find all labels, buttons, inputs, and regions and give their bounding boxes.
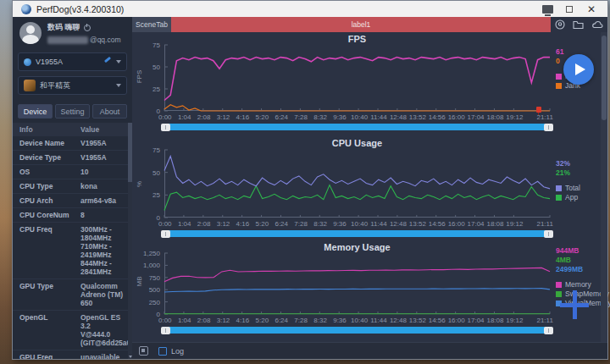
x-tick-label: 5:20 xyxy=(256,113,269,121)
tab-device[interactable]: Device xyxy=(18,104,53,119)
scene-tab[interactable]: SceneTab xyxy=(132,17,171,32)
scene-label-bar[interactable]: label1 xyxy=(171,17,551,32)
power-icon[interactable] xyxy=(84,25,91,31)
start-test-button[interactable] xyxy=(563,54,594,85)
series-total-line xyxy=(164,157,550,189)
sidebar-tabs: Device Setting About xyxy=(18,104,127,119)
info-label: GPU Freq xyxy=(19,353,80,359)
main-scrollbar-thumb[interactable] xyxy=(602,36,607,120)
brush-icon[interactable] xyxy=(103,58,112,66)
plot-area[interactable] xyxy=(164,45,550,111)
x-tick-label: 14:56 xyxy=(429,220,446,228)
app-select-value: 和平精英 xyxy=(40,80,112,91)
fps-range-slider[interactable] xyxy=(163,124,552,130)
x-tick-label: 5:20 xyxy=(256,220,269,228)
info-value: V1955A xyxy=(80,153,112,162)
titlebar: PerfDog(v3.4.200310) ✕ xyxy=(13,1,607,17)
scroll-down-icon[interactable] xyxy=(129,356,132,358)
x-tick-label: 11:44 xyxy=(370,113,386,121)
y-tick-label: 50 xyxy=(152,168,160,176)
slider-handle-left[interactable] xyxy=(161,230,170,238)
game-app-icon xyxy=(24,80,36,91)
x-tick-label: 2:08 xyxy=(197,113,211,121)
fps-chart: FPS FPS 0255075 0:001:042:083:124:165:20… xyxy=(132,32,601,134)
x-tick-label: 4:16 xyxy=(236,317,250,324)
window-title: PerfDog(v3.4.200310) xyxy=(36,4,124,14)
slider-handle-right[interactable] xyxy=(544,230,553,238)
x-tick-label: 12:48 xyxy=(390,113,407,121)
event-marker-icon xyxy=(536,107,541,113)
perfdog-logo-icon xyxy=(21,4,31,14)
table-header: Info Value xyxy=(13,123,132,136)
table-row: CPU Archarm64-v8a xyxy=(13,194,132,208)
user-profile: 数码 嗨聊 @qq.com xyxy=(13,17,132,47)
x-tick-label: 3:12 xyxy=(217,220,230,228)
x-tick-label: 11:44 xyxy=(370,220,386,228)
maximize-button[interactable] xyxy=(558,2,580,16)
log-toggle[interactable]: Log xyxy=(158,347,184,356)
y-tick-label: 750 xyxy=(149,273,160,281)
maximize-icon xyxy=(566,6,573,13)
x-axis-ticks: 0:001:042:083:124:165:206:247:288:329:36… xyxy=(164,113,550,122)
x-tick-label: 1:04 xyxy=(178,113,191,121)
x-tick-label: 10:40 xyxy=(351,317,368,324)
x-tick-label: 2:08 xyxy=(197,220,211,228)
x-tick-label: 1:04 xyxy=(178,220,191,228)
x-tick-label: 13:52 xyxy=(409,220,426,228)
x-tick-label: 12:48 xyxy=(390,220,407,228)
x-tick-label: 1:04 xyxy=(178,317,191,324)
info-label: CPU Type xyxy=(19,182,80,190)
cpu-range-slider[interactable] xyxy=(163,230,552,237)
x-axis-ticks: 0:001:042:083:124:165:206:247:288:329:36… xyxy=(164,220,550,229)
table-row: CPU Freq300MHz - 1804MHz 710MHz - 2419MH… xyxy=(13,223,132,279)
slider-handle-left[interactable] xyxy=(161,124,170,131)
slider-handle-right[interactable] xyxy=(544,124,553,131)
slider-handle-left[interactable] xyxy=(161,327,170,334)
screen-cast-button[interactable] xyxy=(536,2,558,16)
slider-handle-right[interactable] xyxy=(544,327,553,334)
info-label: CPU CoreNum xyxy=(19,211,80,219)
x-tick-label: 13:52 xyxy=(409,113,426,121)
info-label: Device Type xyxy=(19,153,80,162)
folder-icon[interactable] xyxy=(573,20,584,30)
pin-circle-icon[interactable] xyxy=(555,19,565,30)
legend-label: App xyxy=(565,193,578,202)
x-tick-label: 21:11 xyxy=(536,317,552,324)
plot-area[interactable] xyxy=(164,253,550,314)
add-chart-icon[interactable] xyxy=(560,290,589,319)
y-tick-label: 25 xyxy=(152,191,160,199)
charts-area: FPS FPS 0255075 0:001:042:083:124:165:20… xyxy=(132,32,607,342)
info-label: Device Name xyxy=(19,139,80,147)
chevron-down-icon xyxy=(116,60,121,63)
legend-swatch xyxy=(556,282,562,288)
x-tick-label: 10:40 xyxy=(351,113,368,121)
avatar[interactable] xyxy=(19,22,42,44)
close-button[interactable]: ✕ xyxy=(580,2,602,16)
y-tick-label: 250 xyxy=(149,298,160,306)
device-select[interactable]: V1955A xyxy=(18,52,127,71)
tab-setting[interactable]: Setting xyxy=(55,104,90,119)
series-virtualmemory-line xyxy=(164,289,550,292)
x-axis-ticks: 0:001:042:083:124:165:206:247:288:329:36… xyxy=(164,317,550,325)
plot-area[interactable] xyxy=(164,150,550,218)
x-tick-label: 8:32 xyxy=(313,113,327,121)
cloud-icon[interactable] xyxy=(591,20,603,29)
x-tick-label: 16:00 xyxy=(448,220,465,228)
legend-swatch xyxy=(556,195,562,201)
log-checkbox[interactable] xyxy=(158,347,167,356)
tab-about[interactable]: About xyxy=(92,104,127,119)
app-select[interactable]: 和平精英 xyxy=(18,76,127,95)
y-tick-label: 25 xyxy=(152,85,160,93)
series-app-line xyxy=(164,185,550,211)
window-content: 数码 嗨聊 @qq.com V1955A 和平精英 xyxy=(13,17,607,359)
table-row: Device NameV1955A xyxy=(13,136,132,151)
memory-range-slider[interactable] xyxy=(163,327,552,334)
chart-title: Memory Usage xyxy=(164,242,550,252)
dock-panel-icon[interactable] xyxy=(139,346,148,356)
x-tick-label: 10:40 xyxy=(351,220,368,228)
main-scrollbar[interactable] xyxy=(601,32,607,342)
info-label: CPU Freq xyxy=(19,225,80,234)
y-tick-label: 1,000 xyxy=(143,262,160,269)
x-tick-label: 21:11 xyxy=(536,220,552,228)
x-tick-label: 4:16 xyxy=(236,220,250,228)
